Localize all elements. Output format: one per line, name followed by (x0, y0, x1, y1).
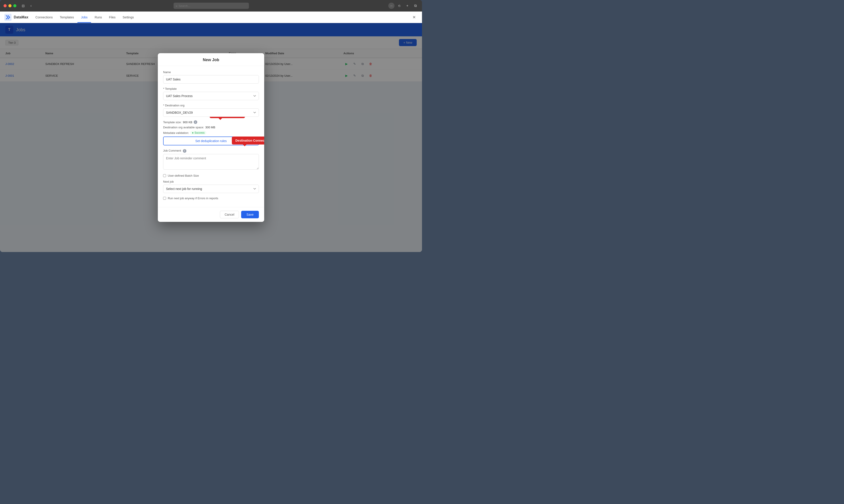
next-job-select[interactable]: Select next job for running (163, 185, 259, 193)
batch-group: User-defined Batch Size (163, 174, 259, 177)
modal-footer: Cancel Save (158, 207, 264, 222)
info-icon[interactable]: i (194, 120, 197, 124)
template-select[interactable]: UAT Sales Process (163, 92, 259, 100)
next-job-error-group: Run next job anyway if Errors in reports (163, 197, 259, 200)
maximize-button[interactable] (13, 4, 16, 7)
modal-header: New Job (158, 53, 264, 66)
dots-menu-icon[interactable]: ··· (388, 3, 395, 9)
dest-space-label: Destination org available space: (163, 126, 204, 129)
dedup-button[interactable]: Set deduplication rules (163, 137, 259, 145)
comment-info-icon[interactable]: i (183, 149, 186, 153)
name-group: Name (163, 71, 259, 84)
next-job-error-checkbox[interactable] (163, 197, 166, 200)
nav-jobs[interactable]: Jobs (77, 12, 91, 23)
destination-select[interactable]: SANDBOX_DEV29 (163, 108, 259, 117)
modal-title: New Job (163, 58, 259, 62)
titlebar: ⊟ ‹ ⌕ ··· ⎋ + ⧉ (0, 0, 422, 12)
template-size-value: 900 KB (183, 121, 192, 124)
minimize-button[interactable] (8, 4, 12, 7)
titlebar-actions: ⎋ + ⧉ (396, 3, 418, 9)
nav-connections[interactable]: Connections (32, 12, 56, 23)
titlebar-center: ⌕ (36, 3, 387, 9)
search-bar[interactable]: ⌕ (174, 3, 249, 9)
traffic-lights (3, 4, 16, 7)
next-job-group: Next job Select next job for running (163, 180, 259, 193)
modal-overlay[interactable]: New Job Name * Template UAT Sales Proces… (0, 23, 422, 252)
template-size-label: Template size: (163, 121, 181, 124)
template-size-row: Template size: 900 KB i (163, 120, 259, 124)
nav-bar: Connections Templates Jobs Runs Files Se… (32, 12, 138, 23)
modal-body: Name * Template UAT Sales Process Migrat… (158, 66, 264, 207)
metadata-value: Success (195, 131, 204, 134)
template-group: * Template UAT Sales Process Migration T… (163, 87, 259, 100)
metadata-badge: ● Success (190, 131, 206, 135)
template-label: * Template (163, 87, 259, 90)
share-icon[interactable]: ⎋ (396, 3, 402, 9)
toolbar-right: ✕ (411, 14, 417, 21)
dots-label: ··· (390, 4, 393, 7)
next-job-label: Next job (163, 180, 259, 183)
save-button[interactable]: Save (241, 211, 259, 218)
next-job-error-label: Run next job anyway if Errors in reports (168, 197, 218, 200)
dest-space-row: Destination org available space: 300 MB (163, 126, 259, 129)
search-icon: ⌕ (176, 4, 177, 7)
nav-settings[interactable]: Settings (119, 12, 138, 23)
name-input[interactable] (163, 75, 259, 84)
app-toolbar: DataMax Connections Templates Jobs Runs … (0, 12, 422, 23)
new-tab-icon[interactable]: + (404, 3, 411, 9)
search-input[interactable] (179, 4, 247, 7)
main-content: T Jobs Tier-3 + New Job Name Template Er… (0, 23, 422, 252)
batch-checkbox[interactable] (163, 174, 166, 177)
sidebar-toggle-icon[interactable]: ⊟ (20, 3, 26, 9)
batch-label: User-defined Batch Size (168, 174, 199, 177)
metadata-row: Metadata validation: ● Success (163, 131, 259, 135)
nav-files[interactable]: Files (106, 12, 119, 23)
close-icon[interactable]: ✕ (411, 14, 417, 21)
app-name: DataMax (14, 15, 29, 19)
nav-templates[interactable]: Templates (56, 12, 77, 23)
close-button[interactable] (3, 4, 7, 7)
app-logo: DataMax (4, 14, 29, 21)
dest-space-value: 300 MB (205, 126, 215, 129)
comment-label: Job Comment i (163, 149, 259, 153)
nav-runs[interactable]: Runs (91, 12, 106, 23)
windows-icon[interactable]: ⧉ (412, 3, 418, 9)
metadata-label: Metadata validation: (163, 131, 189, 134)
back-icon[interactable]: ‹ (28, 3, 34, 9)
destination-group: * Destination org SANDBOX_DEV29 Destinat… (163, 104, 259, 117)
comment-textarea[interactable] (163, 154, 259, 169)
destination-label: * Destination org (163, 104, 259, 107)
cancel-button[interactable]: Cancel (220, 211, 239, 218)
logo-icon (4, 14, 12, 21)
comment-group: Job Comment i (163, 149, 259, 170)
name-label: Name (163, 71, 259, 74)
modal-dialog: New Job Name * Template UAT Sales Proces… (158, 53, 264, 222)
check-icon: ● (192, 131, 194, 134)
app-window: ⊟ ‹ ⌕ ··· ⎋ + ⧉ DataMax Connections (0, 0, 422, 252)
